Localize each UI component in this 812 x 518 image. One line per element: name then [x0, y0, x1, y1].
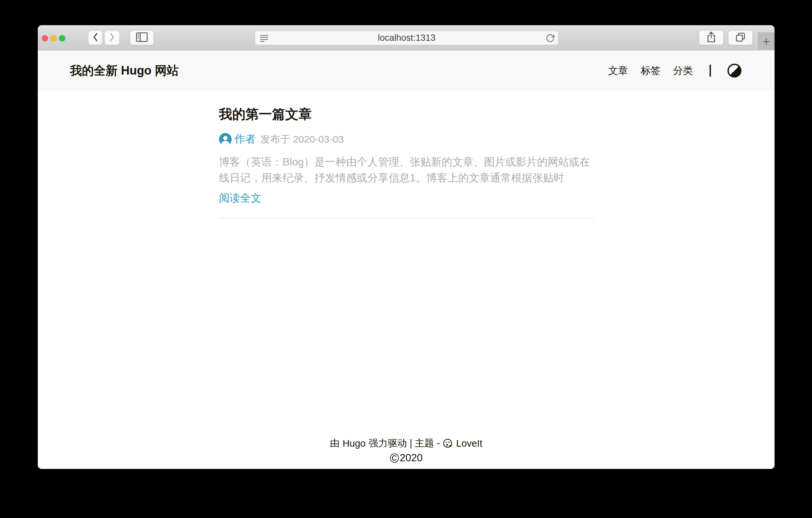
- footer-copyright-line: ©2020: [38, 451, 775, 466]
- browser-toolbar: localhost:1313: [38, 25, 775, 50]
- sidebar-icon: [136, 32, 148, 44]
- site-nav: 文章 标签 分类: [608, 64, 742, 78]
- footer-powered-line: 由 Hugo 强力驱动 | 主题 - LoveIt: [330, 437, 483, 450]
- post-author-link[interactable]: 作者: [219, 132, 256, 146]
- theme-toggle-icon[interactable]: [727, 64, 742, 78]
- kiss-face-icon: [443, 438, 453, 449]
- back-button[interactable]: [88, 30, 103, 45]
- post-date: 发布于 2020-03-03: [261, 133, 344, 146]
- post-summary-text: 博客（英语：Blog）是一种由个人管理、张贴新的文章、图片或影片的网站或在线日记…: [219, 154, 593, 186]
- chevron-right-icon: [108, 32, 116, 44]
- footer-text-prefix: 由: [330, 437, 340, 450]
- reload-icon[interactable]: [546, 33, 555, 43]
- zoom-window-button[interactable]: [59, 35, 65, 42]
- nav-divider: [709, 65, 711, 77]
- loveit-link[interactable]: LoveIt: [456, 438, 482, 449]
- web-page: 我的全新 Hugo 网站 文章 标签 分类 我的第一篇文章: [38, 51, 775, 469]
- plus-icon: +: [763, 34, 770, 49]
- close-window-button[interactable]: [42, 35, 48, 42]
- tabs-icon: [735, 32, 746, 44]
- chevron-left-icon: [92, 32, 99, 44]
- screenshot-background: localhost:1313: [0, 0, 812, 518]
- post-author-name: 作者: [235, 132, 256, 146]
- minimize-window-button[interactable]: [50, 35, 57, 42]
- footer-text-middle: 强力驱动 | 主题 -: [369, 437, 440, 450]
- post-divider: [219, 218, 593, 218]
- site-header: 我的全新 Hugo 网站 文章 标签 分类: [38, 51, 775, 90]
- tab-overview-button[interactable]: [728, 30, 753, 45]
- copyright-year: 2020: [400, 452, 423, 464]
- hugo-link[interactable]: Hugo: [343, 438, 366, 449]
- nav-item-tags[interactable]: 标签: [641, 64, 661, 78]
- share-button[interactable]: [699, 30, 724, 45]
- main-content: 我的第一篇文章: [219, 90, 593, 218]
- address-bar[interactable]: localhost:1313: [255, 30, 558, 45]
- nav-item-categories[interactable]: 分类: [673, 64, 693, 78]
- copyright-symbol: ©: [390, 451, 399, 465]
- url-text: localhost:1313: [255, 33, 558, 43]
- user-circle-icon: [219, 133, 232, 145]
- read-more-link[interactable]: 阅读全文: [219, 191, 261, 206]
- forward-button[interactable]: [105, 30, 120, 45]
- sidebar-toggle-button[interactable]: [130, 30, 154, 45]
- browser-window: localhost:1313: [38, 25, 775, 469]
- site-title-link[interactable]: 我的全新 Hugo 网站: [70, 63, 179, 79]
- post-title-link[interactable]: 我的第一篇文章: [219, 105, 593, 124]
- nav-item-posts[interactable]: 文章: [608, 64, 628, 78]
- site-footer: 由 Hugo 强力驱动 | 主题 - LoveIt: [38, 437, 775, 466]
- share-icon: [706, 31, 716, 44]
- post-summary-card: 我的第一篇文章: [219, 105, 593, 218]
- new-tab-button[interactable]: +: [758, 32, 775, 50]
- post-meta: 作者 发布于 2020-03-03: [219, 132, 593, 146]
